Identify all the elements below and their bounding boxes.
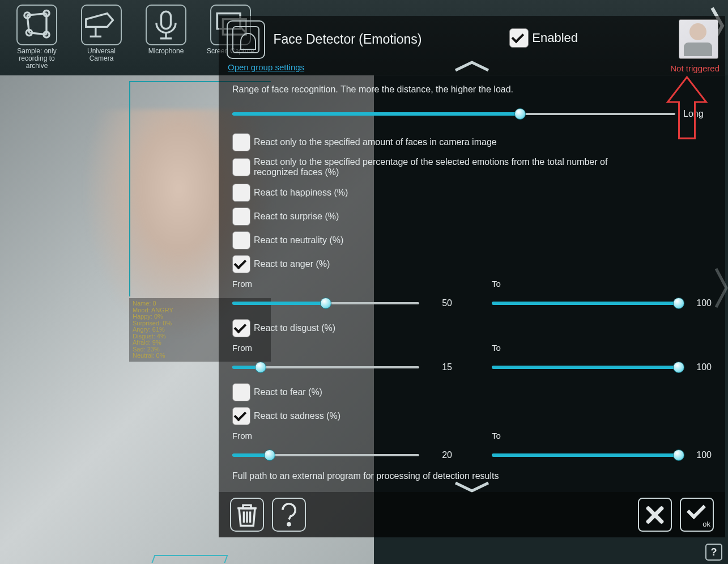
sadness-to-slider[interactable] [492,448,679,462]
anger-to-label: To [492,279,712,289]
preview-thumbnail [679,19,718,59]
module-label: Universal Camera [76,48,127,62]
surprise-checkbox[interactable] [232,207,250,226]
sadness-checkbox[interactable] [232,407,250,425]
fear-checkbox[interactable] [232,383,250,401]
sadness-to-label: To [492,431,712,440]
camera-icon [82,6,121,44]
anger-checkbox[interactable] [232,255,250,273]
happiness-checkbox[interactable] [232,184,250,202]
ok-label: ok [703,520,710,528]
cancel-button[interactable] [638,498,672,532]
settings-panel: Face Detector (Emotions) Open group sett… [219,16,725,537]
disgust-label: React to disgust (%) [254,323,335,333]
svg-rect-9 [161,11,171,29]
module-microphone[interactable]: Microphone [141,5,191,75]
scroll-up-chevron[interactable] [452,59,492,73]
disgust-to-slider[interactable] [492,361,679,374]
module-label: Microphone [148,48,184,55]
anger-from-value: 50 [427,298,452,308]
disgust-from-value: 15 [427,362,452,372]
svg-point-17 [288,523,290,525]
disgust-from-label: From [232,343,452,353]
sadness-from-value: 20 [427,450,452,460]
disgust-to-label: To [492,343,712,353]
faces-percent-checkbox[interactable] [232,158,250,176]
disgust-from-slider[interactable] [232,361,419,374]
faces-count-checkbox[interactable] [232,133,250,151]
microphone-icon [147,6,185,44]
disgust-to-value: 100 [687,362,712,372]
disgust-checkbox[interactable] [232,319,250,337]
faces-count-label: React only to the specified amount of fa… [254,137,497,147]
range-description: Range of face recognition. The more the … [232,84,712,95]
anger-from-label: From [232,279,452,289]
neutrality-label: React to neutrality (%) [254,235,343,245]
panel-next-button[interactable] [713,265,728,311]
panel-header: Face Detector (Emotions) Open group sett… [219,16,725,75]
fear-label: React to fear (%) [254,387,322,397]
module-universal-camera[interactable]: Universal Camera [76,5,127,75]
panel-footer: ok [219,492,725,537]
happiness-label: React to happiness (%) [254,188,348,198]
graph-icon [18,6,56,44]
faces-percent-label: React only to the specified percentage o… [254,157,616,178]
anger-to-value: 100 [687,298,712,308]
face-detector-icon [227,20,265,59]
delete-button[interactable] [230,498,264,532]
anger-from-slider[interactable] [232,296,419,310]
module-label: Sample: only recording to archive [11,48,62,70]
anger-label: React to anger (%) [254,259,330,269]
surprise-label: React to surprise (%) [254,211,339,222]
app-help-button[interactable]: ? [705,544,722,561]
help-button[interactable] [272,498,306,532]
sadness-label: React to sadness (%) [254,411,340,421]
check-icon [687,500,706,519]
module-sample-archive[interactable]: Sample: only recording to archive [11,5,62,75]
neutrality-checkbox[interactable] [232,231,250,249]
question-icon [273,499,305,531]
panel-body: Range of face recognition. The more the … [219,75,725,481]
trigger-status: Not triggered [670,63,720,73]
trash-icon [231,499,263,531]
ok-button[interactable]: ok [680,498,714,532]
panel-title: Face Detector (Emotions) [273,32,422,47]
sadness-from-slider[interactable] [232,448,419,462]
preview-ornament [151,555,228,563]
enabled-label: Enabled [532,31,578,45]
enabled-checkbox[interactable] [509,28,529,48]
anger-to-slider[interactable] [492,296,679,310]
sadness-to-value: 100 [687,450,712,460]
external-program-label: Full path to an external program for pro… [232,471,712,481]
sadness-from-label: From [232,431,452,440]
recognition-range-slider[interactable] [232,107,675,121]
